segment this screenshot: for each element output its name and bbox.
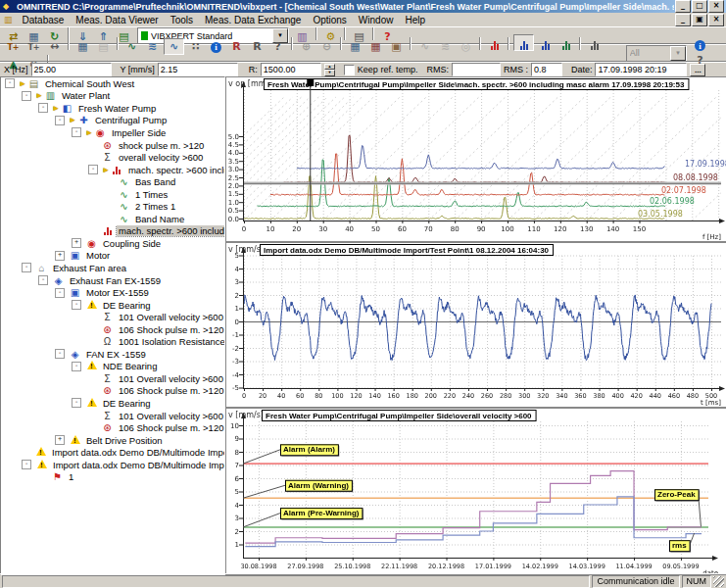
tree-item-2-times-1[interactable]: ∿2 Times 1 — [1, 200, 224, 213]
tree-item-fan-ex-1559[interactable]: -◈FAN EX -1559 — [1, 348, 224, 361]
tree-item-de-bearing[interactable]: -!DE Bearing — [1, 299, 224, 312]
mdi-close-button[interactable]: × — [708, 14, 724, 26]
waterfall-icon[interactable] — [557, 35, 575, 50]
collapse-icon[interactable]: - — [55, 349, 65, 359]
values-table-icon[interactable]: ▦ — [366, 39, 385, 54]
data-table-icon[interactable]: ▦ — [346, 39, 364, 54]
tree-item-exhaust-fan-area[interactable]: -⌂Exhaust Fan area — [1, 262, 224, 274]
reference-icon[interactable]: R — [227, 39, 246, 54]
tree-item-fresh-water-pump[interactable]: -►◧Fresh Water Pump — [1, 102, 224, 115]
menu-item-tools[interactable]: Tools — [165, 14, 199, 26]
tree-item-water-plant[interactable]: -►▥Water Plant — [1, 90, 224, 103]
spectrum-waterfall-chart[interactable] — [225, 76, 726, 242]
expand-icon[interactable]: + — [72, 238, 81, 248]
tree-item-nde-bearing[interactable]: -!NDE Bearing — [1, 361, 224, 373]
menu-item-database[interactable]: Database — [17, 14, 71, 26]
tree-item-101-overall-velocity-600[interactable]: Σ101 Overall velocity >600 — [1, 410, 224, 422]
info-icon[interactable]: i — [207, 40, 225, 55]
rpm-label: R: — [249, 65, 258, 74]
tree-item-106-shock-pulse-m-120[interactable]: ⊛106 Shock pulse m. >120 — [1, 323, 224, 336]
add-task-icon[interactable]: T+ — [4, 40, 23, 55]
tree-item-shock-pulse-m-120[interactable]: ⊛shock pulse m. >120 — [1, 139, 224, 152]
tree-item-band-name[interactable]: ∿Band Name — [1, 213, 224, 225]
transfer-icon[interactable]: ↔ — [45, 39, 64, 54]
tree-item-chemical-south-west[interactable]: -►▤Chemical South West — [1, 77, 224, 90]
rms2-field[interactable]: 0.8 — [531, 63, 562, 76]
spectrum-icon[interactable] — [485, 35, 504, 50]
collapse-icon[interactable]: - — [22, 460, 31, 469]
tree-item-exhaust-fan-ex-1559[interactable]: -◈Exhaust Fan EX-1559 — [1, 274, 224, 287]
overlay-view-icon[interactable]: ≋ — [143, 39, 162, 54]
add-template-icon[interactable]: T+ — [24, 40, 43, 55]
trend-chart[interactable] — [225, 408, 726, 575]
menu-item-help[interactable]: Help — [399, 14, 431, 26]
sort-icon[interactable]: ∷ — [186, 39, 205, 54]
tree-item-1-times[interactable]: ∿1 Times — [1, 188, 224, 201]
tree-item-impeller-side[interactable]: -►◉Impeller Side — [1, 126, 224, 139]
mdi-minimize-button[interactable]: _ — [675, 14, 691, 26]
rms-field[interactable] — [452, 63, 501, 76]
tree-item-1001-isolation-resistance[interactable]: Ω1001 Isolation Resistance — [1, 335, 224, 348]
tree-item-101-overall-velocity-600[interactable]: Σ101 Overall velocity >600 — [1, 311, 224, 323]
tree-item-mach-spectr-600-including-masc-al[interactable]: mach. spectr. >600 including masc al. — [1, 225, 224, 238]
resize-grip[interactable] — [713, 576, 724, 587]
mdi-restore-button[interactable]: ▣ — [692, 14, 707, 26]
tree-item-mach-spectr-600-including-band-al[interactable]: -►mach. spectr. >600 including band al. — [1, 164, 224, 176]
collapse-icon[interactable]: - — [72, 300, 81, 310]
context-help-icon[interactable]: ? — [268, 39, 287, 54]
time-waveform-chart[interactable] — [225, 242, 726, 408]
tree-item-import-data-odx-demo-db-multimode-import-test-poi[interactable]: !Import data.odx Demo DB/Multimode Impor… — [1, 446, 224, 459]
y-cursor-value[interactable]: 2.15 — [158, 63, 238, 76]
copy-clipboard-icon[interactable]: ▣ — [387, 39, 406, 54]
trend-view-icon[interactable]: ∿ — [122, 39, 141, 54]
edit-graph-icon[interactable]: ∿ — [164, 38, 184, 55]
info2-icon[interactable]: i — [691, 38, 709, 53]
keep-ref-temp-checkbox[interactable] — [344, 65, 355, 75]
band-alarm-icon[interactable] — [585, 35, 604, 50]
collapse-icon[interactable]: - — [88, 165, 98, 174]
tree-item-101-overall-velocity-600[interactable]: Σ101 Overall velocity >600 — [1, 372, 224, 385]
tree-item-motor[interactable]: +▣Motor — [1, 250, 224, 263]
tree-panel[interactable]: -►▤Chemical South West-►▥Water Plant-►◧F… — [0, 76, 225, 575]
single-spectrum-icon[interactable] — [513, 34, 534, 51]
close-button[interactable]: × — [708, 0, 724, 13]
minimize-button[interactable]: _ — [675, 0, 691, 13]
tree-item-centrifugal-pump[interactable]: -►✚Centrifugal Pump — [1, 115, 224, 127]
reference-set-icon[interactable]: R — [248, 39, 266, 54]
collapse-icon[interactable]: - — [72, 127, 81, 137]
table-view-icon[interactable]: ▦ — [73, 39, 92, 54]
menu-item-options[interactable]: Options — [307, 14, 352, 26]
collapse-icon[interactable]: - — [5, 78, 15, 88]
multi-spectrum-icon[interactable] — [536, 35, 555, 50]
date-field[interactable]: 17.09.1998 20:19 — [595, 63, 687, 76]
tree-item-belt-drive-position[interactable]: +!Belt Drive Position — [1, 434, 224, 447]
tree-item-1[interactable]: ⚑1 — [1, 471, 224, 484]
maximize-button[interactable]: □ — [692, 0, 707, 13]
rpm-spinner[interactable]: ▲▼ — [324, 64, 335, 76]
menu-item-window[interactable]: Window — [353, 14, 400, 26]
x-cursor-value[interactable]: 25.00 — [31, 63, 112, 76]
menu-item-meas-data-viewer[interactable]: Meas. Data Viewer — [70, 14, 164, 26]
rpm-field[interactable]: 1500.00 — [261, 63, 321, 76]
tree-item-label: 106 Shock pulse m. >120 — [117, 422, 224, 433]
collapse-icon[interactable]: - — [55, 288, 65, 298]
collapse-icon[interactable]: - — [72, 362, 81, 371]
collapse-icon[interactable]: - — [55, 116, 65, 125]
tree-item-overall-velocity-600[interactable]: Σoverall velocity >600 — [1, 151, 224, 164]
tree-item-106-shock-pulse-m-120[interactable]: ⊛106 Shock pulse m. >120 — [1, 421, 224, 434]
collapse-icon[interactable]: - — [22, 263, 31, 272]
tree-item-de-bearing[interactable]: -!DE Bearing — [1, 397, 224, 410]
expand-icon[interactable]: + — [55, 251, 65, 261]
tree-item-106-shock-pulse-m-120[interactable]: ⊛106 Shock pulse m. >120 — [1, 385, 224, 398]
date-browse-button[interactable]: ... — [690, 64, 705, 76]
tree-item-import-data-odx-demo-db-multimode-import-test-point[interactable]: -!Import data.odx Demo DB/Multimode Impo… — [1, 459, 224, 471]
collapse-icon[interactable]: - — [38, 275, 48, 285]
collapse-icon[interactable]: - — [72, 398, 81, 408]
menu-item-meas-data-exchange[interactable]: Meas. Data Exchange — [199, 14, 307, 26]
tree-item-coupling-side[interactable]: +◉Coupling Side — [1, 237, 224, 250]
expand-icon[interactable]: + — [55, 435, 65, 445]
collapse-icon[interactable]: - — [22, 91, 31, 101]
tree-item-bas-band[interactable]: ∿Bas Band — [1, 175, 224, 188]
collapse-icon[interactable]: - — [38, 103, 48, 113]
tree-item-motor-ex-1559[interactable]: -▣Motor EX-1559 — [1, 286, 224, 299]
